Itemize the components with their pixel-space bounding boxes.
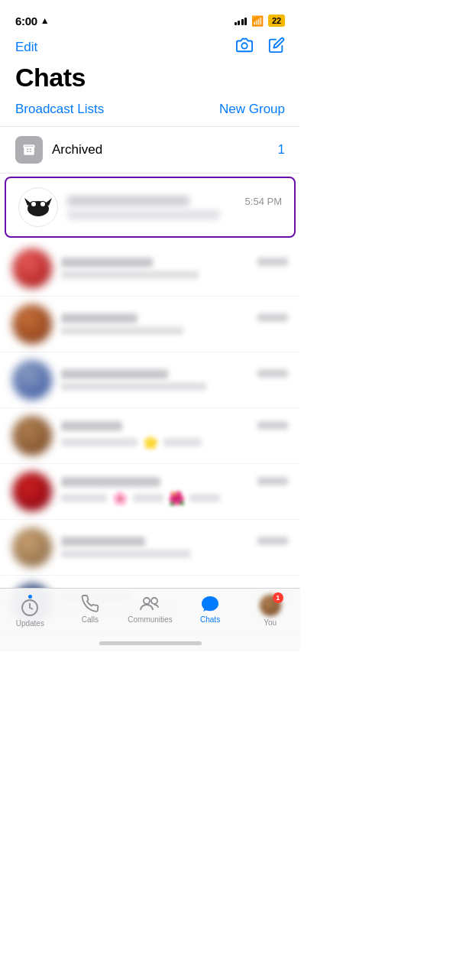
chat-row-time: [257, 313, 288, 322]
sub-actions: Broadcast Lists New Group: [0, 99, 300, 126]
header-right-icons: [236, 37, 285, 58]
list-item[interactable]: [0, 520, 300, 576]
svg-point-9: [144, 598, 150, 604]
chat-row-top: [61, 477, 288, 487]
chat-row-extra: 🌟: [61, 434, 288, 451]
new-group-link[interactable]: New Group: [219, 102, 285, 117]
chat-time: 5:54 PM: [245, 196, 282, 207]
communities-icon: [140, 595, 160, 613]
broadcast-lists-link[interactable]: Broadcast Lists: [15, 102, 104, 117]
chat-preview-blurred: [67, 210, 220, 219]
you-badge: 1: [273, 592, 283, 603]
tab-chats[interactable]: Chats: [180, 595, 241, 624]
chat-row-msg: [61, 326, 183, 335]
status-bar: 6:00 ▲ 📶 22: [0, 0, 300, 34]
chat-name-row: 5:54 PM: [67, 196, 282, 207]
avatar: [12, 248, 52, 288]
edit-button[interactable]: Edit: [15, 40, 37, 55]
highlighted-chat-info: 5:54 PM: [67, 196, 282, 219]
emoji-icon-2: 🌸: [112, 490, 128, 507]
chat-row-info: 🌸 🌺: [61, 477, 288, 507]
list-item[interactable]: [0, 352, 300, 408]
compose-icon[interactable]: [268, 37, 285, 58]
header-actions: Edit: [0, 34, 300, 61]
chat-row-name: [61, 258, 153, 268]
home-indicator: [99, 641, 202, 645]
chat-row-info: [61, 537, 288, 558]
tab-updates-label: Updates: [16, 619, 44, 628]
chat-row-msg-2: [133, 494, 163, 502]
chat-row-extra: 🌸 🌺: [61, 490, 288, 507]
chat-row-info: [61, 258, 288, 279]
svg-point-0: [241, 43, 247, 48]
chat-row-top: [61, 258, 288, 268]
tab-chats-label: Chats: [200, 615, 220, 624]
avatar: [12, 472, 52, 511]
chat-row-info: [61, 313, 288, 335]
avatar: [12, 416, 52, 456]
avatar: [12, 360, 52, 400]
chat-row-name: [61, 421, 122, 431]
chat-row-msg: [61, 382, 206, 391]
tab-you-label: You: [264, 618, 277, 627]
chat-row-time: [257, 369, 288, 378]
emoji-icon: 🌟: [142, 434, 159, 451]
svg-point-10: [151, 598, 157, 604]
status-time: 6:00: [15, 15, 37, 28]
chat-row-msg: [61, 494, 107, 502]
chat-row-time: [257, 258, 288, 266]
calls-icon: [81, 595, 99, 613]
avatar: [12, 527, 52, 567]
chat-row-msg: [61, 271, 199, 279]
chat-row-msg: [61, 550, 191, 558]
chat-row-time: [257, 537, 288, 545]
chat-row-msg: [61, 438, 138, 446]
list-item[interactable]: [0, 241, 300, 297]
list-item[interactable]: [0, 297, 300, 352]
chat-row-name: [61, 477, 160, 487]
tab-updates[interactable]: Updates: [0, 595, 60, 628]
batman-avatar: [18, 187, 58, 227]
you-avatar-container: 1: [260, 595, 281, 616]
tab-communities-label: Communities: [128, 615, 172, 624]
page-title: Chats: [0, 61, 300, 99]
archive-icon: [15, 136, 43, 164]
svg-point-6: [31, 202, 36, 206]
location-icon: ▲: [40, 15, 50, 26]
camera-icon[interactable]: [236, 37, 253, 58]
chat-row-top: [61, 421, 288, 431]
updates-icon: [21, 599, 39, 617]
chat-name-blurred: [67, 196, 189, 206]
chat-row-time: [257, 421, 288, 430]
battery-indicator: 22: [268, 15, 285, 27]
chat-list: 🌟 🌸 🌺: [0, 241, 300, 631]
signal-icon: [235, 16, 248, 25]
chat-row-info: [61, 369, 288, 391]
chat-row-time: [257, 477, 288, 485]
list-item[interactable]: 🌸 🌺: [0, 464, 300, 520]
list-item[interactable]: 🌟: [0, 408, 300, 464]
chat-row-name: [61, 313, 138, 323]
chats-icon: [200, 595, 220, 613]
chat-row-top: [61, 369, 288, 379]
tab-communities[interactable]: Communities: [120, 595, 180, 624]
archived-row[interactable]: Archived 1: [0, 127, 300, 174]
tab-you[interactable]: 1 You: [240, 595, 300, 627]
chat-row-name: [61, 537, 145, 547]
chat-row-msg-3: [189, 494, 220, 502]
archived-count: 1: [278, 142, 285, 157]
svg-point-7: [40, 202, 45, 206]
chat-row-msg-2: [163, 438, 202, 446]
chat-row-top: [61, 313, 288, 323]
emoji-icon-3: 🌺: [168, 490, 185, 507]
tab-calls-label: Calls: [82, 615, 99, 624]
chat-row-name: [61, 369, 168, 379]
avatar: [12, 304, 52, 344]
battery-level: 22: [268, 15, 285, 27]
chat-row-info: 🌟: [61, 421, 288, 451]
wifi-icon: 📶: [251, 15, 264, 27]
status-icons: 📶 22: [235, 15, 286, 27]
highlighted-chat-row[interactable]: 5:54 PM: [5, 177, 296, 238]
tab-calls[interactable]: Calls: [60, 595, 121, 624]
chat-row-top: [61, 537, 288, 547]
